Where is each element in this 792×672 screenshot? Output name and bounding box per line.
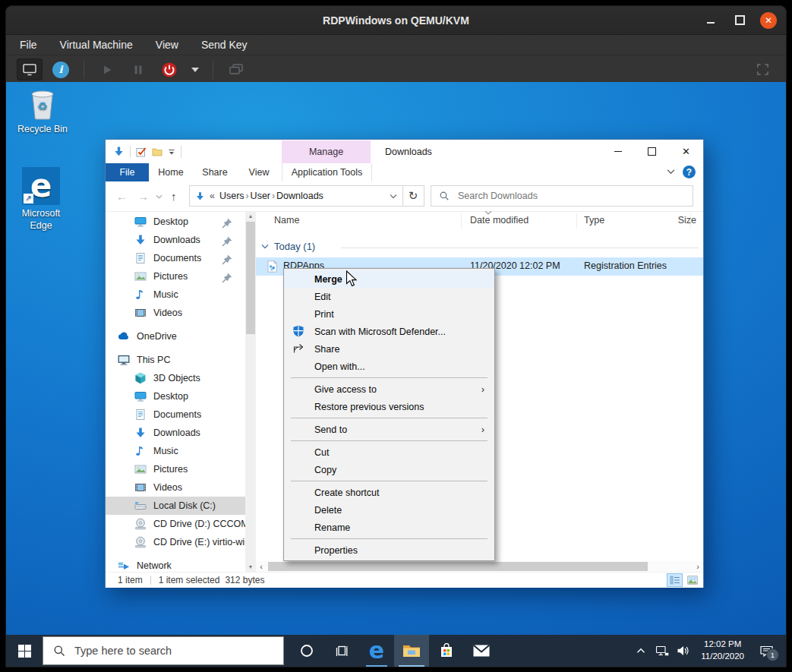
sidebar-item-cd-drive-d-cccoma[interactable]: CD Drive (D:) CCCOMA_ (106, 515, 245, 533)
taskbar-search-box[interactable] (43, 636, 284, 665)
context-item-share[interactable]: Share (284, 340, 494, 358)
address-bar[interactable]: « Users›User›Downloads (189, 185, 403, 207)
shutdown-menu-button[interactable] (188, 58, 203, 80)
sidebar-item-videos[interactable]: Videos (106, 478, 245, 497)
menu-virtual-machine[interactable]: Virtual Machine (60, 39, 133, 51)
mail-button[interactable] (464, 635, 499, 667)
desktop-icon-recycle-bin[interactable]: ♻ Recycle Bin (12, 88, 73, 135)
ribbon-expand-chevron-icon[interactable] (667, 169, 675, 175)
windows-desktop[interactable]: ♻ Recycle Bin e ↗ Microsoft Edge (6, 82, 786, 635)
large-icons-view-button[interactable] (684, 573, 700, 587)
sidebar-item-this-pc[interactable]: This PC (106, 351, 245, 369)
tray-chevron-up-button[interactable] (631, 635, 650, 667)
taskbar-file-explorer-button[interactable] (394, 635, 429, 667)
sidebar-item-3d-objects[interactable]: 3D Objects (106, 369, 245, 387)
column-header-date-modified[interactable]: Date modified (470, 215, 529, 226)
explorer-minimize-button[interactable] (601, 140, 635, 163)
vm-info-button[interactable]: i (48, 58, 74, 80)
nav-scrollbar[interactable]: ▲ ▼ (245, 211, 256, 572)
sidebar-item-music[interactable]: Music (106, 442, 245, 460)
shutdown-button[interactable] (156, 58, 182, 80)
context-item-give-access-to[interactable]: Give access to› (284, 380, 494, 398)
sidebar-item-downloads[interactable]: Downloads (106, 424, 245, 442)
volume-tray-button[interactable] (674, 635, 693, 667)
network-tray-button[interactable] (652, 635, 671, 667)
close-button[interactable]: ✕ (760, 12, 777, 29)
qat-customize-caret-icon[interactable] (168, 148, 175, 156)
details-view-button[interactable] (667, 573, 683, 587)
tab-manage[interactable]: Manage (282, 140, 371, 163)
recent-locations-chevron-icon[interactable] (156, 194, 163, 199)
breadcrumb-user[interactable]: User (251, 191, 270, 201)
scroll-left-icon[interactable]: ‹ (256, 561, 267, 572)
column-header-name[interactable]: Name (274, 215, 299, 226)
context-item-restore-previous-versions[interactable]: Restore previous versions (284, 398, 494, 415)
minimize-button[interactable] (702, 12, 719, 29)
maximize-button[interactable] (731, 12, 748, 29)
explorer-close-button[interactable]: ✕ (669, 140, 703, 163)
clock[interactable]: 12:02 PM 11/20/2020 (695, 639, 750, 662)
column-header-type[interactable]: Type (584, 215, 604, 226)
virtual-displays-button[interactable] (223, 58, 249, 80)
context-item-properties[interactable]: Properties (284, 541, 494, 559)
context-item-scan-with-microsoft-defender[interactable]: Scan with Microsoft Defender... (284, 323, 494, 340)
sidebar-item-onedrive[interactable]: OneDrive (106, 327, 245, 345)
collapsed-crumbs-marker[interactable]: « (210, 191, 215, 201)
scrollbar-thumb[interactable] (246, 222, 255, 334)
scroll-down-icon[interactable]: ▼ (245, 562, 256, 572)
refresh-button[interactable]: ↻ (402, 185, 424, 207)
context-item-open-with[interactable]: Open with... (284, 358, 494, 375)
tab-share[interactable]: Share (193, 163, 237, 181)
breadcrumb-users[interactable]: Users (219, 191, 245, 201)
scrollbar-thumb[interactable] (268, 562, 648, 571)
group-header[interactable]: Today (1) (256, 238, 703, 255)
store-button[interactable] (429, 635, 464, 667)
tab-view[interactable]: View (237, 163, 281, 181)
group-collapse-chevron-icon[interactable] (261, 244, 269, 249)
run-button[interactable] (94, 58, 120, 80)
scroll-up-icon[interactable]: ▲ (245, 211, 256, 221)
context-item-merge[interactable]: Merge (284, 270, 494, 288)
breadcrumb-chevron-icon[interactable]: › (270, 191, 276, 201)
console-display-button[interactable] (17, 58, 43, 80)
menu-send-key[interactable]: Send Key (201, 39, 248, 51)
new-folder-icon[interactable] (152, 147, 163, 157)
context-item-create-shortcut[interactable]: Create shortcut (284, 484, 494, 501)
search-input[interactable] (456, 190, 685, 202)
action-center-button[interactable]: 1 (753, 635, 780, 667)
context-item-rename[interactable]: Rename (284, 519, 494, 536)
help-icon[interactable]: ? (683, 166, 696, 178)
tab-application-tools[interactable]: Application Tools (282, 163, 372, 181)
address-dropdown-chevron-icon[interactable] (390, 194, 397, 199)
breadcrumb-chevron-icon[interactable]: › (245, 191, 251, 201)
context-item-cut[interactable]: Cut (284, 443, 494, 461)
context-item-edit[interactable]: Edit (284, 288, 494, 305)
cortana-button[interactable] (289, 635, 324, 667)
context-item-copy[interactable]: Copy (284, 461, 494, 478)
context-item-print[interactable]: Print (284, 305, 494, 323)
taskbar-search-input[interactable] (73, 644, 283, 658)
sidebar-item-cd-drive-e-virtio-win-0[interactable]: CD Drive (E:) virtio-win-0 (106, 533, 245, 551)
desktop-icon-microsoft-edge[interactable]: e ↗ Microsoft Edge (11, 167, 71, 232)
properties-icon[interactable] (136, 147, 147, 157)
sidebar-item-music[interactable]: Music (106, 286, 245, 304)
sidebar-item-documents[interactable]: Documents (106, 249, 245, 267)
start-button[interactable] (6, 635, 43, 667)
sidebar-item-downloads[interactable]: Downloads (106, 231, 245, 249)
sidebar-item-videos[interactable]: Videos (106, 304, 245, 322)
column-header-size[interactable]: Size (658, 215, 696, 226)
forward-icon[interactable]: → (137, 181, 149, 211)
scroll-right-icon[interactable]: › (693, 561, 703, 572)
pause-button[interactable] (125, 58, 151, 80)
explorer-maximize-button[interactable] (635, 140, 669, 163)
taskbar-edge-button[interactable]: e (359, 635, 394, 667)
sidebar-item-documents[interactable]: Documents (106, 405, 245, 424)
back-icon[interactable]: ← (116, 181, 128, 211)
menu-file[interactable]: File (20, 39, 37, 51)
context-item-send-to[interactable]: Send to› (284, 421, 494, 438)
context-item-delete[interactable]: Delete (284, 501, 494, 519)
tab-home[interactable]: Home (149, 163, 193, 181)
menu-view[interactable]: View (156, 39, 178, 51)
up-icon[interactable]: ↑ (171, 181, 177, 211)
sidebar-item-pictures[interactable]: Pictures (106, 267, 245, 286)
